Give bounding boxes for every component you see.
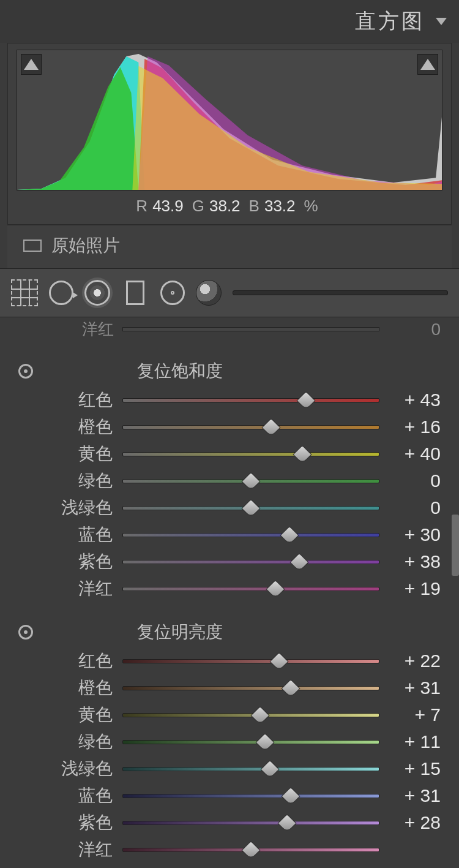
redeye-tool-icon[interactable] xyxy=(84,280,110,306)
slider-label: 蓝色 xyxy=(18,784,122,807)
histogram-container: R43.9 G38.2 B33.2 % xyxy=(7,43,452,225)
slider-row: 橙色+ 16 xyxy=(0,413,459,440)
slider-label: 紫色 xyxy=(18,811,122,834)
slider-label: 黄色 xyxy=(18,442,122,466)
original-photo-row[interactable]: 原始照片 xyxy=(7,225,452,268)
slider-value: + 31 xyxy=(379,677,441,698)
slider-track[interactable] xyxy=(122,848,379,852)
crop-tool-icon[interactable] xyxy=(11,279,38,306)
slider-row: 浅绿色0 xyxy=(0,494,459,521)
slider-track[interactable] xyxy=(122,794,379,798)
slider-thumb[interactable] xyxy=(261,760,280,779)
slider-track[interactable] xyxy=(122,686,379,690)
slider-track[interactable] xyxy=(122,821,379,825)
gradient-tool-icon[interactable] xyxy=(126,281,144,305)
toolstrip xyxy=(0,268,459,317)
slider-value: + 30 xyxy=(379,524,441,545)
slider-thumb[interactable] xyxy=(280,526,299,545)
slider-thumb[interactable] xyxy=(262,418,281,437)
slider-value: + 7 xyxy=(379,704,441,725)
partial-track[interactable] xyxy=(122,327,379,331)
slider-track[interactable] xyxy=(122,767,379,771)
slider-label: 蓝色 xyxy=(18,523,122,546)
original-photo-label: 原始照片 xyxy=(51,234,120,257)
slider-track[interactable] xyxy=(122,533,379,537)
slider-row: 浅绿色+ 15 xyxy=(0,755,459,782)
slider-value: + 40 xyxy=(379,443,441,464)
slider-label: 黄色 xyxy=(18,703,122,726)
panel-title: 直方图 xyxy=(355,7,425,36)
slider-label: 红色 xyxy=(18,649,122,673)
histogram-plot[interactable] xyxy=(17,50,442,191)
highlight-clip-icon[interactable] xyxy=(417,54,438,75)
slider-row: 蓝色+ 31 xyxy=(0,782,459,809)
slider-row: 洋红 xyxy=(0,836,459,863)
slider-thumb[interactable] xyxy=(250,706,269,725)
slider-thumb[interactable] xyxy=(241,840,260,859)
slider-thumb[interactable] xyxy=(277,813,296,832)
group-toggle-icon[interactable] xyxy=(18,364,33,379)
slider-thumb[interactable] xyxy=(281,787,300,806)
collapse-triangle-icon[interactable] xyxy=(436,18,447,25)
group-toggle-icon[interactable] xyxy=(18,625,33,640)
slider-row: 绿色0 xyxy=(0,467,459,494)
slider-thumb[interactable] xyxy=(296,391,315,410)
group-title: 复位饱和度 xyxy=(137,360,223,383)
slider-value: 0 xyxy=(379,470,441,491)
slider-label: 绿色 xyxy=(18,469,122,492)
slider-track[interactable] xyxy=(122,713,379,717)
group-title: 复位明亮度 xyxy=(137,621,223,644)
slider-track[interactable] xyxy=(122,659,379,663)
rgb-readout: R43.9 G38.2 B33.2 % xyxy=(17,191,442,224)
slider-thumb[interactable] xyxy=(281,679,300,698)
slider-row: 黄色+ 7 xyxy=(0,701,459,728)
range-mask-tool-icon[interactable] xyxy=(196,280,222,306)
slider-thumb[interactable] xyxy=(290,553,309,572)
slider-label: 浅绿色 xyxy=(18,757,122,780)
slider-label: 绿色 xyxy=(18,730,122,753)
partial-value: 0 xyxy=(379,320,441,339)
toolstrip-slider[interactable] xyxy=(233,290,448,295)
slider-row: 黄色+ 40 xyxy=(0,440,459,467)
slider-thumb[interactable] xyxy=(269,652,288,671)
slider-value: + 15 xyxy=(379,758,441,779)
original-rect-icon xyxy=(23,240,42,252)
slider-value: + 11 xyxy=(379,731,441,752)
slider-thumb[interactable] xyxy=(293,445,312,464)
shadow-clip-icon[interactable] xyxy=(21,54,42,75)
slider-row: 洋红+ 19 xyxy=(0,575,459,602)
slider-value: 0 xyxy=(379,497,441,518)
slider-row: 紫色+ 28 xyxy=(0,809,459,836)
histogram-svg xyxy=(17,50,442,190)
scrollbar-thumb[interactable] xyxy=(452,515,459,576)
slider-track[interactable] xyxy=(122,560,379,564)
slider-value: + 28 xyxy=(379,812,441,833)
spot-tool-icon[interactable] xyxy=(49,281,73,305)
histogram-panel-header[interactable]: 直方图 xyxy=(0,0,459,43)
slider-track[interactable] xyxy=(122,425,379,429)
slider-track[interactable] xyxy=(122,740,379,744)
slider-value: + 16 xyxy=(379,417,441,437)
slider-group: 复位饱和度红色+ 43橙色+ 16黄色+ 40绿色0浅绿色0蓝色+ 30紫色+ … xyxy=(0,341,459,602)
slider-track[interactable] xyxy=(122,479,379,483)
slider-track[interactable] xyxy=(122,452,379,456)
slider-thumb[interactable] xyxy=(266,579,285,598)
slider-value: + 38 xyxy=(379,551,441,572)
radial-tool-icon[interactable] xyxy=(160,281,185,305)
slider-row: 红色+ 22 xyxy=(0,647,459,674)
partial-label: 洋红 xyxy=(18,319,122,340)
slider-value: + 19 xyxy=(379,578,441,599)
slider-value: + 22 xyxy=(379,651,441,671)
slider-row: 绿色+ 11 xyxy=(0,728,459,755)
slider-thumb[interactable] xyxy=(241,499,260,518)
slider-track[interactable] xyxy=(122,587,379,591)
slider-value: + 31 xyxy=(379,785,441,806)
slider-thumb[interactable] xyxy=(241,472,260,491)
slider-row: 蓝色+ 30 xyxy=(0,521,459,548)
slider-group: 复位明亮度红色+ 22橙色+ 31黄色+ 7绿色+ 11浅绿色+ 15蓝色+ 3… xyxy=(0,602,459,863)
slider-track[interactable] xyxy=(122,506,379,510)
slider-track[interactable] xyxy=(122,398,379,402)
slider-row: 橙色+ 31 xyxy=(0,674,459,701)
slider-label: 洋红 xyxy=(18,838,122,861)
slider-thumb[interactable] xyxy=(255,733,274,752)
